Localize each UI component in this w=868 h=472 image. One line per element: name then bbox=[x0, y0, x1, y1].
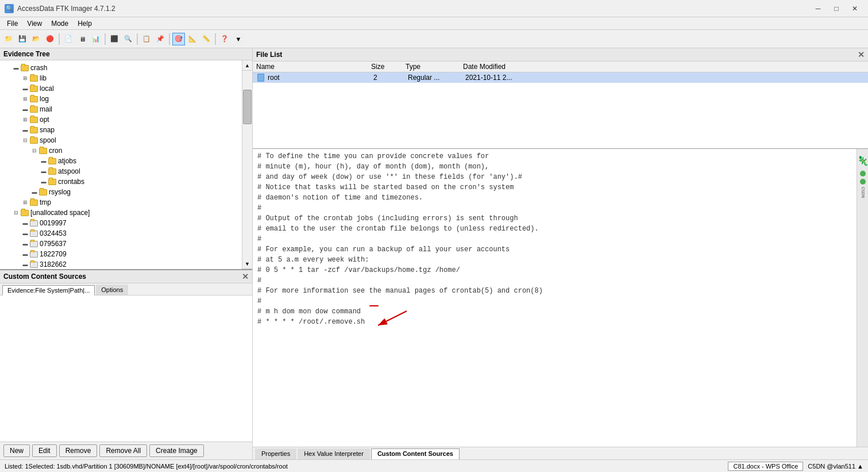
tree-item-cron[interactable]: ⊟ cron bbox=[0, 145, 242, 156]
scroll-down-btn[interactable]: ▼ bbox=[242, 259, 252, 269]
tree-item-lib[interactable]: ⊞ lib bbox=[0, 73, 242, 83]
toolbar: 📁 💾 📂 🔴 📄 🖥 📊 ⬛ 🔍 📋 📌 🎯 📐 📏 ❓ ▼ bbox=[0, 30, 868, 48]
custom-content-tabs: Evidence:File System|Path|... Options bbox=[0, 283, 252, 296]
toolbar-btn-11[interactable]: 📌 bbox=[154, 33, 167, 45]
new-button[interactable]: New bbox=[3, 444, 30, 457]
tree-label-opt: opt bbox=[40, 116, 49, 124]
text-line-1: # To define the time you can provide con… bbox=[257, 151, 863, 162]
tree-item-1822709[interactable]: ▬ 1822709 bbox=[0, 249, 242, 259]
col-header-date[interactable]: Date Modified bbox=[463, 63, 555, 71]
tree-item-atjobs[interactable]: ▬ atjobs bbox=[0, 156, 242, 166]
expander-cron[interactable]: ⊟ bbox=[30, 146, 39, 155]
tree-item-0019997[interactable]: ▬ 0019997 bbox=[0, 218, 242, 228]
tree-item-tmp[interactable]: ⊞ tmp bbox=[0, 197, 242, 208]
tab-hex-value[interactable]: Hex Value Interpreter bbox=[298, 448, 370, 459]
menu-file[interactable]: File bbox=[2, 18, 22, 29]
tree-item-snap[interactable]: ▬ snap bbox=[0, 125, 242, 135]
expander-3182662[interactable]: ▬ bbox=[21, 260, 30, 269]
tree-item-spool[interactable]: ⊟ spool bbox=[0, 135, 242, 145]
toolbar-btn-1[interactable]: 📁 bbox=[2, 33, 15, 45]
tab-options[interactable]: Options bbox=[96, 285, 128, 295]
tree-item-3182662[interactable]: ▬ 3182662 bbox=[0, 259, 242, 269]
bottom-tabs: Properties Hex Value Interpreter Custom … bbox=[253, 447, 868, 459]
custom-content-close[interactable]: ✕ bbox=[242, 272, 249, 281]
tree-item-rsyslog[interactable]: ▬ rsyslog bbox=[0, 187, 242, 197]
tree-item-crash[interactable]: ▬ crash bbox=[0, 63, 242, 73]
toolbar-btn-16[interactable]: ▼ bbox=[232, 33, 245, 45]
tab-properties[interactable]: Properties bbox=[255, 448, 296, 459]
close-button[interactable]: ✕ bbox=[846, 3, 863, 14]
toolbar-btn-14[interactable]: 📏 bbox=[200, 33, 213, 45]
expander-snap[interactable]: ▬ bbox=[21, 125, 30, 135]
tree-item-log[interactable]: ⊞ log bbox=[0, 94, 242, 104]
scroll-thumb[interactable] bbox=[243, 90, 252, 124]
remove-all-button[interactable]: Remove All bbox=[99, 444, 147, 457]
menu-mode[interactable]: Mode bbox=[47, 18, 73, 29]
expander-1822709[interactable]: ▬ bbox=[21, 250, 30, 259]
text-viewer[interactable]: # To define the time you can provide con… bbox=[253, 149, 868, 447]
folder-icon-0795637 bbox=[30, 241, 38, 247]
expander-tmp[interactable]: ⊞ bbox=[21, 198, 30, 207]
evidence-tree-content[interactable]: ▬ crash ⊞ lib ▬ local bbox=[0, 60, 242, 269]
window-controls: ─ □ ✕ bbox=[809, 3, 863, 14]
toolbar-btn-6[interactable]: 🖥 bbox=[76, 33, 88, 45]
tree-item-unallocated[interactable]: ⊟ [unallocated space] bbox=[0, 208, 242, 218]
create-image-button[interactable]: Create Image bbox=[149, 444, 204, 457]
expander-mail[interactable]: ▬ bbox=[21, 105, 30, 114]
maximize-button[interactable]: □ bbox=[828, 3, 845, 14]
expander-local[interactable]: ▬ bbox=[21, 84, 30, 93]
edit-button[interactable]: Edit bbox=[32, 444, 57, 457]
tab-custom-content-sources[interactable]: Custom Content Sources bbox=[371, 448, 460, 459]
expander-log[interactable]: ⊞ bbox=[21, 94, 30, 103]
evidence-tree-scrollbar[interactable]: ▲ ▼ bbox=[242, 60, 252, 269]
toolbar-btn-8[interactable]: ⬛ bbox=[108, 33, 121, 45]
folder-icon-local bbox=[30, 86, 38, 92]
menu-view[interactable]: View bbox=[22, 18, 47, 29]
toolbar-btn-3[interactable]: 📂 bbox=[30, 33, 43, 45]
toolbar-btn-4[interactable]: 🔴 bbox=[44, 33, 56, 45]
toolbar-btn-13[interactable]: 📐 bbox=[186, 33, 199, 45]
col-header-type[interactable]: Type bbox=[406, 63, 463, 71]
col-header-name[interactable]: Name bbox=[256, 63, 371, 71]
expander-opt[interactable]: ⊞ bbox=[21, 115, 30, 124]
toolbar-btn-10[interactable]: 📋 bbox=[140, 33, 153, 45]
file-list-close[interactable]: ✕ bbox=[858, 50, 865, 59]
expander-lib[interactable]: ⊞ bbox=[21, 74, 30, 83]
toolbar-btn-2[interactable]: 💾 bbox=[16, 33, 29, 45]
file-list-header: File List ✕ bbox=[253, 48, 868, 62]
expander-crash[interactable]: ▬ bbox=[11, 63, 21, 72]
tree-item-local[interactable]: ▬ local bbox=[0, 83, 242, 94]
expander-crontabs[interactable]: ▬ bbox=[39, 177, 48, 186]
toolbar-btn-12[interactable]: 🎯 bbox=[172, 33, 185, 45]
remove-button[interactable]: Remove bbox=[59, 444, 98, 457]
tree-item-crontabs[interactable]: ▬ crontabs bbox=[0, 176, 242, 187]
toolbar-btn-15[interactable]: ❓ bbox=[218, 33, 231, 45]
menu-help[interactable]: Help bbox=[73, 18, 97, 29]
tree-item-0324453[interactable]: ▬ 0324453 bbox=[0, 228, 242, 239]
scroll-track[interactable] bbox=[242, 71, 252, 259]
col-header-size[interactable]: Size bbox=[371, 63, 406, 71]
expander-rsyslog[interactable]: ▬ bbox=[30, 187, 39, 197]
toolbar-btn-5[interactable]: 📄 bbox=[62, 33, 75, 45]
expander-atspool[interactable]: ▬ bbox=[39, 167, 48, 176]
expander-0324453[interactable]: ▬ bbox=[21, 229, 30, 238]
expander-unallocated[interactable]: ⊟ bbox=[11, 208, 21, 217]
tab-evidence-filesystem[interactable]: Evidence:File System|Path|... bbox=[2, 285, 95, 296]
tree-item-0795637[interactable]: ▬ 0795637 bbox=[0, 239, 242, 249]
expander-0019997[interactable]: ▬ bbox=[21, 218, 30, 228]
tree-item-atspool[interactable]: ▬ atspool bbox=[0, 166, 242, 176]
expander-spool[interactable]: ⊟ bbox=[21, 136, 30, 145]
minimize-button[interactable]: ─ bbox=[809, 3, 827, 14]
toolbar-btn-9[interactable]: 🔍 bbox=[122, 33, 134, 45]
tree-item-opt[interactable]: ⊞ opt bbox=[0, 114, 242, 125]
file-row-root[interactable]: root 2 Regular ... 2021-10-11 2... bbox=[253, 72, 868, 83]
expander-atjobs[interactable]: ▬ bbox=[39, 156, 48, 166]
toolbar-sep-3 bbox=[137, 33, 138, 45]
statusbar: Listed: 1Selected: 1sdb.vhd/Partition 1 … bbox=[0, 459, 868, 472]
toolbar-btn-7[interactable]: 📊 bbox=[90, 33, 102, 45]
folder-icon-snap bbox=[30, 127, 38, 133]
scroll-up-btn[interactable]: ▲ bbox=[242, 60, 252, 71]
expander-0795637[interactable]: ▬ bbox=[21, 239, 30, 248]
tree-item-mail[interactable]: ▬ mail bbox=[0, 104, 242, 114]
folder-icon-atspool bbox=[48, 168, 56, 175]
